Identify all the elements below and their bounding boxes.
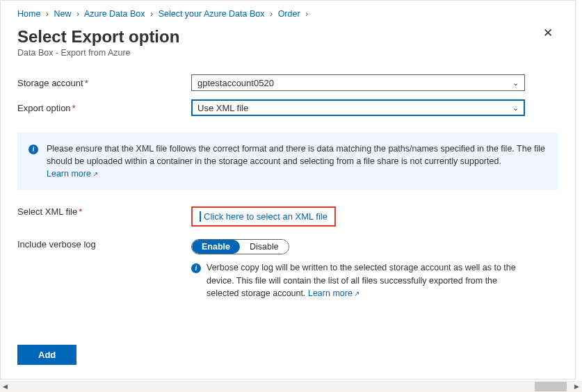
external-link-icon: ↗	[92, 170, 98, 178]
info-icon: i	[191, 261, 201, 299]
breadcrumb-azure-data-box[interactable]: Azure Data Box	[84, 9, 145, 19]
add-button[interactable]: Add	[17, 345, 76, 365]
verbose-info-text: Verbose copy log will be written to the …	[207, 261, 518, 299]
chevron-right-icon: ›	[76, 9, 79, 19]
storage-account-label: Storage account*	[17, 78, 191, 88]
toggle-disable[interactable]: Disable	[240, 240, 289, 254]
export-option-select[interactable]: Use XML file ⌄	[191, 99, 525, 116]
verbose-log-label: Include verbose log	[17, 239, 191, 250]
breadcrumb-select-your-data-box[interactable]: Select your Azure Data Box	[159, 9, 265, 19]
select-xml-file-button[interactable]: Click here to select an XML file	[191, 206, 336, 227]
info-callout: i Please ensure that the XML file follow…	[17, 133, 558, 190]
chevron-right-icon: ›	[305, 9, 308, 19]
scrollbar-thumb[interactable]	[535, 382, 567, 391]
verbose-learn-more-link[interactable]: Learn more↗	[308, 288, 359, 298]
close-icon[interactable]: ✕	[537, 24, 558, 42]
toggle-enable[interactable]: Enable	[192, 240, 240, 254]
storage-account-value: gptestaccount0520	[197, 78, 274, 88]
horizontal-scrollbar[interactable]: ◀ ▶	[0, 381, 582, 392]
info-icon: i	[29, 142, 38, 152]
chevron-right-icon: ›	[150, 9, 153, 19]
breadcrumb-order[interactable]: Order	[278, 9, 300, 19]
info-text: Please ensure that the XML file follows …	[47, 144, 545, 166]
scroll-right-icon[interactable]: ▶	[572, 383, 582, 390]
chevron-right-icon: ›	[270, 9, 273, 19]
verbose-log-toggle[interactable]: Enable Disable	[191, 239, 289, 254]
export-option-label: Export option*	[17, 103, 191, 113]
page-subtitle: Data Box - Export from Azure	[17, 48, 179, 58]
export-option-value: Use XML file	[197, 103, 248, 113]
breadcrumb-new[interactable]: New	[54, 9, 71, 19]
chevron-down-icon: ⌄	[512, 79, 519, 88]
chevron-right-icon: ›	[46, 9, 49, 19]
breadcrumb-home[interactable]: Home	[17, 9, 40, 19]
storage-account-select[interactable]: gptestaccount0520 ⌄	[191, 74, 525, 91]
breadcrumb: Home › New › Azure Data Box › Select you…	[17, 9, 558, 19]
external-link-icon: ↗	[354, 290, 359, 297]
page-title: Select Export option	[17, 27, 179, 47]
scroll-left-icon[interactable]: ◀	[0, 383, 10, 390]
chevron-down-icon: ⌄	[512, 104, 519, 113]
select-xml-label: Select XML file*	[17, 206, 191, 217]
learn-more-link[interactable]: Learn more↗	[47, 169, 98, 179]
